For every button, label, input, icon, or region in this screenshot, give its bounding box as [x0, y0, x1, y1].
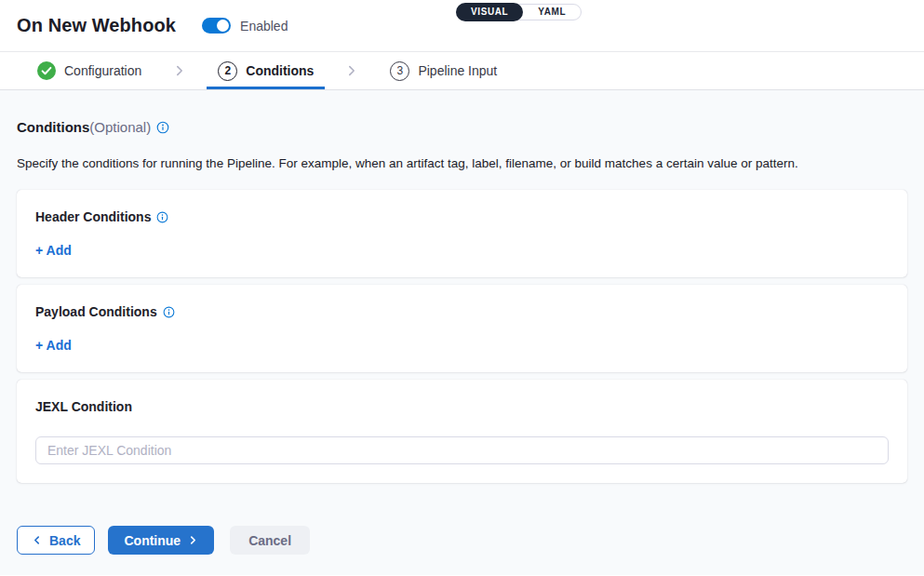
step-pipeline-input[interactable]: 3 Pipeline Input — [379, 52, 508, 89]
visual-mode-button[interactable]: VISUAL — [456, 3, 523, 21]
visual-yaml-switch: VISUAL YAML — [456, 4, 582, 20]
step-number: 3 — [390, 61, 409, 81]
continue-button[interactable]: Continue — [108, 526, 214, 555]
step-number: 2 — [218, 61, 237, 81]
page-header: On New Webhook Enabled VISUAL YAML — [0, 0, 924, 52]
enabled-toggle-label: Enabled — [240, 19, 288, 33]
payload-conditions-title: Payload Conditions — [35, 304, 157, 319]
info-icon[interactable] — [156, 121, 169, 134]
chevron-right-icon — [345, 64, 358, 77]
webhook-wizard-page: On New Webhook Enabled VISUAL YAML Confi… — [0, 0, 924, 576]
conditions-heading: Conditions — [17, 119, 89, 135]
jexl-condition-title: JEXL Condition — [35, 399, 132, 414]
info-icon[interactable] — [163, 306, 175, 318]
conditions-panel: Conditions (Optional) Specify the condit… — [0, 90, 924, 575]
back-button[interactable]: Back — [17, 526, 95, 555]
continue-button-label: Continue — [124, 533, 181, 548]
add-header-condition-button[interactable]: + Add — [35, 243, 72, 258]
chevron-left-icon — [32, 535, 42, 545]
page-title: On New Webhook — [17, 15, 176, 36]
jexl-condition-input[interactable] — [35, 436, 889, 464]
wizard-footer: Back Continue Cancel — [17, 526, 907, 555]
info-icon[interactable] — [156, 211, 168, 223]
step-configuration[interactable]: Configuration — [26, 52, 153, 89]
enabled-toggle-group: Enabled — [202, 18, 288, 33]
step-label: Configuration — [64, 63, 141, 78]
enabled-toggle[interactable] — [202, 18, 231, 33]
chevron-right-icon — [188, 535, 198, 545]
toggle-knob — [217, 20, 229, 32]
add-payload-condition-button[interactable]: + Add — [35, 338, 72, 353]
conditions-heading-row: Conditions (Optional) — [17, 90, 907, 135]
jexl-condition-card: JEXL Condition — [17, 380, 907, 483]
check-circle-icon — [37, 61, 56, 80]
cancel-button[interactable]: Cancel — [230, 526, 310, 555]
back-button-label: Back — [49, 533, 80, 548]
optional-label: (Optional) — [89, 119, 151, 135]
jexl-condition-title-row: JEXL Condition — [35, 399, 889, 414]
header-conditions-card: Header Conditions + Add — [17, 190, 907, 277]
cancel-button-label: Cancel — [248, 533, 291, 548]
payload-conditions-title-row: Payload Conditions — [35, 304, 889, 319]
stepper: Configuration 2 Conditions 3 Pipeline In… — [0, 52, 924, 90]
conditions-description: Specify the conditions for running the P… — [17, 156, 907, 170]
step-label: Pipeline Input — [418, 63, 497, 78]
yaml-mode-button[interactable]: YAML — [523, 4, 581, 20]
step-label: Conditions — [246, 63, 314, 78]
header-conditions-title-row: Header Conditions — [35, 209, 889, 224]
step-conditions[interactable]: 2 Conditions — [207, 52, 325, 89]
header-conditions-title: Header Conditions — [35, 209, 151, 224]
payload-conditions-card: Payload Conditions + Add — [17, 285, 907, 372]
chevron-right-icon — [173, 64, 186, 77]
